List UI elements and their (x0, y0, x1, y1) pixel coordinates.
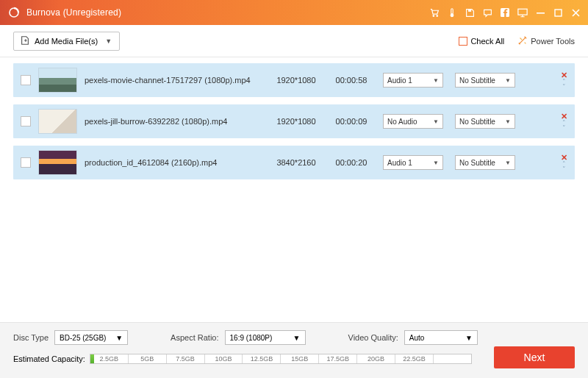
move-down-icon[interactable]: ˅ (562, 167, 566, 171)
subtitle-value: No Subtitle (459, 159, 495, 167)
subtitle-select[interactable]: No Subtitle▼ (455, 155, 515, 170)
media-row: production_id_4612084 (2160p).mp4 3840*2… (13, 146, 575, 179)
capacity-tick: 22.5GB (395, 354, 434, 363)
file-name: production_id_4612084 (2160p).mp4 (85, 158, 267, 167)
svg-rect-7 (518, 9, 527, 15)
capacity-tick: 17.5GB (319, 354, 357, 363)
audio-value: Audio 1 (387, 76, 412, 85)
cart-icon[interactable] (429, 7, 440, 18)
audio-select[interactable]: No Audio▼ (383, 114, 443, 129)
chevron-down-icon: ▼ (505, 160, 511, 166)
chevron-down-icon: ▼ (115, 334, 123, 342)
media-row: pexels-jill-burrow-6392282 (1080p).mp4 1… (13, 104, 575, 138)
aspect-ratio-select[interactable]: 16:9 (1080P)▼ (225, 330, 306, 345)
chevron-down-icon: ▼ (505, 118, 511, 125)
check-all-toggle[interactable]: Check All (459, 37, 504, 46)
tools-icon (517, 35, 528, 47)
capacity-tick: 12.5GB (243, 354, 281, 363)
chevron-down-icon: ▼ (105, 38, 112, 45)
power-tools-label: Power Tools (531, 37, 575, 46)
close-icon[interactable] (570, 7, 581, 18)
add-media-button[interactable]: Add Media File(s) ▼ (13, 32, 120, 51)
next-button[interactable]: Next (494, 346, 575, 368)
app-logo-icon (7, 6, 21, 19)
svg-rect-8 (537, 13, 545, 14)
svg-point-2 (436, 15, 437, 16)
save-icon[interactable] (465, 7, 475, 18)
disc-type-value: BD-25 (25GB) (60, 334, 106, 342)
capacity-ticks: 2.5GB 5GB 7.5GB 10GB 12.5GB 15GB 17.5GB … (90, 354, 471, 363)
resolution: 3840*2160 (267, 158, 326, 167)
svg-point-1 (433, 15, 434, 16)
aspect-ratio-value: 16:9 (1080P) (230, 334, 273, 342)
svg-rect-3 (451, 8, 453, 13)
subtitle-select[interactable]: No Subtitle▼ (455, 114, 515, 129)
audio-value: No Audio (387, 118, 417, 126)
row-checkbox[interactable] (21, 75, 31, 85)
duration: 00:00:58 (326, 76, 377, 85)
svg-point-4 (451, 13, 453, 16)
facebook-icon[interactable] (500, 7, 510, 18)
svg-rect-5 (468, 9, 471, 11)
capacity-bar: 2.5GB 5GB 7.5GB 10GB 12.5GB 15GB 17.5GB … (90, 354, 472, 364)
title-bar: Burnova (Unregistered) (0, 0, 588, 25)
subtitle-select[interactable]: No Subtitle▼ (455, 73, 515, 88)
capacity-tick: 20GB (357, 354, 395, 363)
capacity-label: Estimated Capacity: (13, 354, 85, 363)
resolution: 1920*1080 (267, 117, 326, 126)
subtitle-value: No Subtitle (459, 76, 495, 85)
titlebar-icons (429, 7, 581, 18)
thumbnail[interactable] (38, 68, 77, 93)
capacity-tick: 15GB (281, 354, 319, 363)
add-media-label: Add Media File(s) (35, 37, 98, 46)
window-title: Burnova (Unregistered) (26, 7, 121, 18)
thumbnail[interactable] (38, 150, 77, 175)
check-all-label: Check All (470, 37, 504, 46)
capacity-tick: 5GB (129, 354, 167, 363)
move-down-icon[interactable]: ˅ (562, 126, 566, 130)
minimize-icon[interactable] (535, 7, 545, 18)
svg-rect-9 (555, 10, 562, 16)
chevron-down-icon: ▼ (505, 77, 511, 84)
video-quality-label: Video Quality: (348, 333, 398, 342)
capacity-tick: 2.5GB (90, 354, 129, 363)
chevron-down-icon: ▼ (465, 334, 473, 342)
chevron-down-icon: ▼ (293, 334, 301, 342)
subtitle-value: No Subtitle (459, 118, 495, 126)
power-tools-button[interactable]: Power Tools (517, 35, 575, 47)
resolution: 1920*1080 (267, 76, 326, 85)
duration: 00:00:09 (326, 117, 377, 126)
capacity-tick: 10GB (205, 354, 243, 363)
monitor-icon[interactable] (517, 7, 528, 18)
media-list: pexels-movie-channet-17517297 (1080p).mp… (0, 57, 588, 193)
audio-select[interactable]: Audio 1▼ (383, 73, 443, 88)
file-name: pexels-movie-channet-17517297 (1080p).mp… (85, 76, 267, 85)
row-checkbox[interactable] (21, 157, 31, 168)
audio-select[interactable]: Audio 1▼ (383, 155, 443, 170)
move-down-icon[interactable]: ˅ (562, 85, 566, 89)
bottom-panel: Disc Type BD-25 (25GB)▼ Aspect Ratio: 16… (0, 322, 588, 378)
output-settings-row: Disc Type BD-25 (25GB)▼ Aspect Ratio: 16… (13, 330, 575, 345)
thumbnail[interactable] (38, 109, 77, 134)
chevron-down-icon: ▼ (433, 160, 439, 166)
chevron-down-icon: ▼ (433, 118, 439, 125)
toolbar: Add Media File(s) ▼ Check All Power Tool… (0, 25, 588, 57)
capacity-tick: 7.5GB (167, 354, 205, 363)
video-quality-select[interactable]: Auto▼ (404, 330, 478, 345)
row-checkbox[interactable] (21, 116, 31, 126)
video-quality-value: Auto (409, 334, 425, 342)
disc-type-label: Disc Type (13, 333, 49, 342)
file-name: pexels-jill-burrow-6392282 (1080p).mp4 (85, 117, 267, 126)
message-icon[interactable] (482, 7, 492, 18)
chevron-down-icon: ▼ (433, 77, 439, 84)
capacity-tick (434, 354, 471, 363)
audio-value: Audio 1 (387, 159, 412, 167)
disc-type-select[interactable]: BD-25 (25GB)▼ (54, 330, 128, 345)
capacity-row: Estimated Capacity: 2.5GB 5GB 7.5GB 10GB… (13, 354, 575, 364)
checkbox-icon (459, 37, 467, 46)
add-file-icon (20, 35, 30, 47)
duration: 00:00:20 (326, 158, 377, 167)
media-row: pexels-movie-channet-17517297 (1080p).mp… (13, 63, 575, 97)
thermometer-icon[interactable] (447, 7, 457, 18)
maximize-icon[interactable] (553, 7, 563, 18)
